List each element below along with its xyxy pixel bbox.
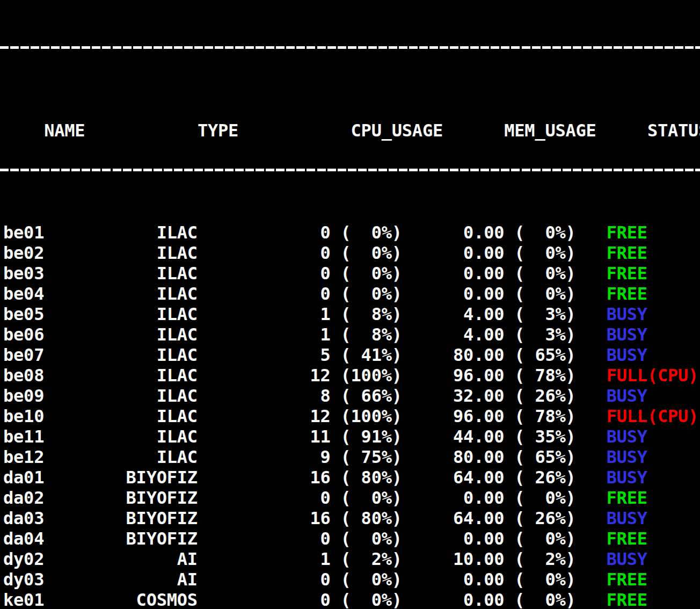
table-row: be08 ILAC 12 (100%) 96.00 ( 78%) FULL(CP… xyxy=(3,365,700,386)
type-cell: ILAC xyxy=(116,406,198,426)
table-row: dy03 AI 0 ( 0%) 0.00 ( 0%) FREE xyxy=(3,569,700,590)
type-cell: BIYOFIZ xyxy=(116,488,198,508)
mem-usage-cell: 96.00 ( 78%) xyxy=(402,406,576,426)
mem-usage-cell: 0.00 ( 0%) xyxy=(402,590,576,609)
type-cell: AI xyxy=(116,549,198,569)
status-cell: BUSY xyxy=(576,304,647,324)
name-cell: be06 xyxy=(3,324,116,345)
name-cell: dy03 xyxy=(3,569,116,590)
status-cell: BUSY xyxy=(576,508,647,528)
status-cell: BUSY xyxy=(576,447,647,467)
status-cell: BUSY xyxy=(576,386,647,406)
status-cell: FREE xyxy=(576,222,647,243)
type-cell: ILAC xyxy=(116,222,198,243)
divider-line-header xyxy=(0,161,700,182)
mem-usage-cell: 4.00 ( 3%) xyxy=(402,304,576,324)
mem-usage-cell: 0.00 ( 0%) xyxy=(402,263,576,284)
table-row: dy02 AI 1 ( 2%) 10.00 ( 2%) BUSY xyxy=(3,549,700,569)
status-cell: FREE xyxy=(576,488,647,508)
type-cell: BIYOFIZ xyxy=(116,508,198,528)
mem-usage-cell: 64.00 ( 26%) xyxy=(402,467,576,488)
table-row: be01 ILAC 0 ( 0%) 0.00 ( 0%) FREE xyxy=(3,222,700,243)
mem-usage-cell: 0.00 ( 0%) xyxy=(402,222,576,243)
status-cell: BUSY xyxy=(576,426,647,447)
type-cell: ILAC xyxy=(116,365,198,386)
mem-usage-cell: 0.00 ( 0%) xyxy=(402,243,576,263)
table-row: be11 ILAC 11 ( 91%) 44.00 ( 35%) BUSY xyxy=(3,426,700,447)
cpu-usage-cell: 9 ( 75%) xyxy=(198,447,402,467)
cpu-usage-cell: 1 ( 8%) xyxy=(198,324,402,345)
node-rows: be01 ILAC 0 ( 0%) 0.00 ( 0%) FREEbe02 IL… xyxy=(3,222,700,609)
type-cell: ILAC xyxy=(116,284,198,304)
cpu-usage-cell: 16 ( 80%) xyxy=(198,508,402,528)
mem-usage-cell: 0.00 ( 0%) xyxy=(402,488,576,508)
status-cell: FREE xyxy=(576,284,647,304)
name-cell: da04 xyxy=(3,528,116,549)
name-cell: be05 xyxy=(3,304,116,324)
cpu-usage-cell: 0 ( 0%) xyxy=(198,528,402,549)
mem-usage-cell: 0.00 ( 0%) xyxy=(402,569,576,590)
type-cell: ILAC xyxy=(116,426,198,447)
name-cell: be09 xyxy=(3,386,116,406)
name-cell: be12 xyxy=(3,447,116,467)
name-cell: be03 xyxy=(3,263,116,284)
status-cell: FREE xyxy=(576,243,647,263)
type-cell: BIYOFIZ xyxy=(116,467,198,488)
cpu-usage-cell: 12 (100%) xyxy=(198,406,402,426)
table-row: be12 ILAC 9 ( 75%) 80.00 ( 65%) BUSY xyxy=(3,447,700,467)
cpu-usage-cell: 1 ( 8%) xyxy=(198,304,402,324)
mem-usage-cell: 0.00 ( 0%) xyxy=(402,528,576,549)
name-cell: da02 xyxy=(3,488,116,508)
table-row: da02 BIYOFIZ 0 ( 0%) 0.00 ( 0%) FREE xyxy=(3,488,700,508)
table-row: da03 BIYOFIZ 16 ( 80%) 64.00 ( 26%) BUSY xyxy=(3,508,700,528)
type-cell: ILAC xyxy=(116,243,198,263)
type-cell: ILAC xyxy=(116,386,198,406)
column-header-type: TYPE xyxy=(85,120,238,141)
column-header-name: NAME xyxy=(44,120,85,141)
name-cell: ke01 xyxy=(3,590,116,609)
cpu-usage-cell: 5 ( 41%) xyxy=(198,345,402,365)
cpu-usage-cell: 12 (100%) xyxy=(198,365,402,386)
cpu-usage-cell: 0 ( 0%) xyxy=(198,263,402,284)
status-cell: FREE xyxy=(576,569,647,590)
cpu-usage-cell: 0 ( 0%) xyxy=(198,590,402,609)
type-cell: ILAC xyxy=(116,447,198,467)
mem-usage-cell: 64.00 ( 26%) xyxy=(402,508,576,528)
name-cell: be10 xyxy=(3,406,116,426)
table-header: NAME TYPE CPU_USAGE MEM_USAGE STATUS xyxy=(3,100,700,120)
cpu-usage-cell: 8 ( 66%) xyxy=(198,386,402,406)
name-cell: da03 xyxy=(3,508,116,528)
table-row: be05 ILAC 1 ( 8%) 4.00 ( 3%) BUSY xyxy=(3,304,700,324)
cpu-usage-cell: 0 ( 0%) xyxy=(198,569,402,590)
cpu-usage-cell: 11 ( 91%) xyxy=(198,426,402,447)
name-cell: be07 xyxy=(3,345,116,365)
type-cell: AI xyxy=(116,569,198,590)
name-cell: be11 xyxy=(3,426,116,447)
table-row: ke01 COSMOS 0 ( 0%) 0.00 ( 0%) FREE xyxy=(3,590,700,609)
table-row: be06 ILAC 1 ( 8%) 4.00 ( 3%) BUSY xyxy=(3,324,700,345)
table-row: be09 ILAC 8 ( 66%) 32.00 ( 26%) BUSY xyxy=(3,386,700,406)
mem-usage-cell: 96.00 ( 78%) xyxy=(402,365,576,386)
mem-usage-cell: 4.00 ( 3%) xyxy=(402,324,576,345)
name-cell: be01 xyxy=(3,222,116,243)
type-cell: BIYOFIZ xyxy=(116,528,198,549)
table-row: be03 ILAC 0 ( 0%) 0.00 ( 0%) FREE xyxy=(3,263,700,284)
mem-usage-cell: 10.00 ( 2%) xyxy=(402,549,576,569)
cpu-usage-cell: 0 ( 0%) xyxy=(198,222,402,243)
status-cell: FULL(CPU) xyxy=(576,406,699,426)
table-row: da04 BIYOFIZ 0 ( 0%) 0.00 ( 0%) FREE xyxy=(3,528,700,549)
mem-usage-cell: 80.00 ( 65%) xyxy=(402,345,576,365)
status-cell: FREE xyxy=(576,263,647,284)
type-cell: ILAC xyxy=(116,304,198,324)
status-cell: FULL(CPU) xyxy=(576,365,699,386)
status-cell: FREE xyxy=(576,590,647,609)
status-cell: BUSY xyxy=(576,467,647,488)
terminal-screen: NAME TYPE CPU_USAGE MEM_USAGE STATUS be0… xyxy=(0,0,700,609)
name-cell: be04 xyxy=(3,284,116,304)
table-row: be02 ILAC 0 ( 0%) 0.00 ( 0%) FREE xyxy=(3,243,700,263)
name-cell: dy02 xyxy=(3,549,116,569)
type-cell: COSMOS xyxy=(116,590,198,609)
type-cell: ILAC xyxy=(116,324,198,345)
table-row: be07 ILAC 5 ( 41%) 80.00 ( 65%) BUSY xyxy=(3,345,700,365)
table-row: be10 ILAC 12 (100%) 96.00 ( 78%) FULL(CP… xyxy=(3,406,700,426)
